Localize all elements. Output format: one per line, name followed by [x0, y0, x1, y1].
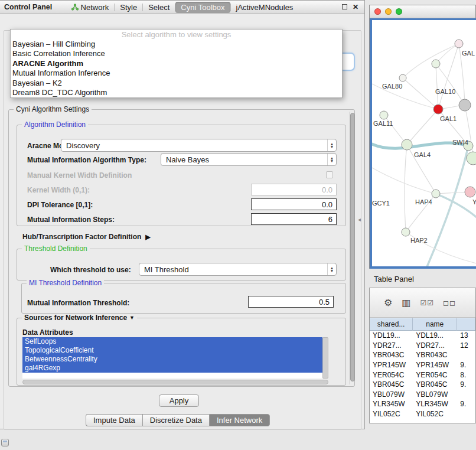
- algorithm-option-bayesian-hill-climbing[interactable]: Bayesian – Hill Climbing: [11, 40, 342, 49]
- attributes-list-horizontal-scrollbar[interactable]: [22, 380, 328, 384]
- hub-definition-expander[interactable]: Hub/Transcription Factor Definition ▶: [22, 233, 151, 241]
- tab-jactivemnodules[interactable]: jActiveMNodules: [231, 2, 299, 13]
- select-all-columns-icon[interactable]: ☑☑: [420, 298, 434, 308]
- algorithm-option-mutual-information-inference[interactable]: Mutual Information Inference: [11, 69, 342, 78]
- tab-select[interactable]: Select: [143, 2, 175, 13]
- column-header-col2[interactable]: [457, 318, 475, 331]
- attribute-item-topologicalcoefficient[interactable]: TopologicalCoefficient: [22, 346, 322, 355]
- mi-threshold-field[interactable]: [248, 296, 334, 308]
- table-cell: YPR145W: [413, 361, 457, 369]
- table-row[interactable]: YPR145WYPR145W9.: [370, 360, 475, 370]
- aracne-mode-value: Discovery: [66, 141, 100, 150]
- columns-icon[interactable]: ▥: [402, 298, 411, 308]
- gear-icon[interactable]: ⚙: [384, 298, 393, 308]
- network-edge[interactable]: [436, 64, 438, 109]
- window-buttons: [370, 8, 402, 15]
- network-edge[interactable]: [372, 168, 436, 194]
- network-edge[interactable]: [407, 109, 438, 145]
- sources-expander[interactable]: Sources for Network Inference ▼: [22, 314, 137, 322]
- network-node[interactable]: [402, 139, 412, 150]
- network-node[interactable]: [432, 60, 440, 68]
- cyni-algorithm-settings-title: Cyni Algorithm Settings: [14, 105, 92, 113]
- manual-kernel-label: Manual Kernel Width Definition: [27, 171, 132, 180]
- table-row[interactable]: YBR043CYBR043C: [370, 350, 475, 360]
- which-threshold-value: MI Threshold: [144, 265, 189, 274]
- network-node-label-y: Y: [472, 198, 476, 206]
- scrollbar-thumb[interactable]: [350, 113, 355, 381]
- table-row[interactable]: YDL19...YDL19...13: [370, 331, 475, 341]
- combo-arrows-icon: ▲▼: [327, 154, 336, 165]
- manual-kernel-checkbox[interactable]: [326, 171, 333, 178]
- panel-divider-collapse-icon[interactable]: ◂: [358, 216, 361, 223]
- algorithm-option-basic-correlation-inference[interactable]: Basic Correlation Inference: [11, 49, 342, 58]
- network-node[interactable]: [399, 74, 406, 81]
- network-node[interactable]: [467, 152, 476, 165]
- bottom-tab-impute-data[interactable]: Impute Data: [86, 414, 142, 426]
- data-attributes-label: Data Attributes: [22, 328, 73, 337]
- table-row[interactable]: YBL079WYBL079W: [370, 390, 475, 400]
- network-edge[interactable]: [403, 78, 438, 109]
- network-node-label-gal80: GAL80: [382, 83, 402, 90]
- network-node[interactable]: [455, 40, 463, 48]
- network-edge[interactable]: [405, 145, 407, 232]
- which-threshold-select[interactable]: MI Threshold ▲▼: [139, 263, 337, 276]
- mi-steps-field[interactable]: [251, 213, 337, 225]
- network-graph[interactable]: GALGAL80GAL10GAL11GAL1SWI4GAL4GCY1HAP4YH…: [372, 20, 476, 266]
- kernel-width-field[interactable]: [251, 184, 337, 195]
- tab-network[interactable]: Network: [66, 2, 115, 13]
- table-row[interactable]: YLR345WYLR345W9.: [370, 399, 475, 409]
- network-node[interactable]: [432, 190, 440, 198]
- attributes-list-vertical-scrollbar[interactable]: [322, 337, 328, 379]
- table-cell: YDR27...: [413, 341, 457, 350]
- column-header-name[interactable]: name: [413, 318, 457, 331]
- restore-panel-icon[interactable]: [1, 439, 9, 446]
- network-view-window: GALGAL80GAL10GAL11GAL1SWI4GAL4GCY1HAP4YH…: [369, 5, 476, 269]
- column-header-shared[interactable]: shared...: [370, 318, 413, 331]
- table-cell: YBR045C: [370, 380, 413, 389]
- algorithm-option-bayesian-k2[interactable]: Bayesian – K2: [11, 79, 342, 88]
- mi-type-select[interactable]: Naive Bayes ▲▼: [161, 153, 337, 166]
- minimize-button[interactable]: [385, 8, 392, 15]
- network-node-label-swi4: SWI4: [452, 139, 468, 146]
- combo-arrows-icon: ▲▼: [327, 139, 336, 151]
- settings-vertical-scrollbar[interactable]: [349, 112, 355, 384]
- bottom-tab-bar: Impute DataDiscretize DataInfer Network: [86, 414, 270, 426]
- mi-type-label: Mutual Information Algorithm Type:: [27, 156, 146, 164]
- tab-cyni-toolbox[interactable]: Cyni Toolbox: [175, 2, 230, 13]
- attribute-item-selfloops[interactable]: SelfLoops: [22, 337, 322, 346]
- network-edge[interactable]: [403, 44, 459, 78]
- algorithm-option-aracne-algorithm[interactable]: ARACNE Algorithm: [11, 59, 342, 69]
- close-button[interactable]: [374, 8, 381, 15]
- table-row[interactable]: YDR27...YDR27...12: [370, 341, 475, 351]
- network-node-label-gal: GAL: [462, 50, 475, 57]
- hide-columns-icon[interactable]: ◻◻: [443, 298, 456, 308]
- network-node-label-hap2: HAP2: [410, 237, 428, 244]
- attribute-item-gal4rgexp[interactable]: gal4RGexp: [22, 364, 322, 373]
- table-row[interactable]: YIL052CYIL052C: [370, 409, 475, 419]
- network-node-label-gal4: GAL4: [414, 151, 431, 158]
- network-edge[interactable]: [438, 44, 459, 109]
- table-cell: 9.: [457, 380, 475, 389]
- network-node[interactable]: [402, 228, 410, 236]
- network-canvas[interactable]: GALGAL80GAL10GAL11GAL1SWI4GAL4GCY1HAP4YH…: [372, 20, 476, 266]
- table-cell: YIL052C: [413, 410, 457, 418]
- combo-arrows-icon: ▲▼: [327, 263, 336, 275]
- tab-style[interactable]: Style: [115, 2, 142, 13]
- network-node[interactable]: [459, 99, 471, 111]
- bottom-tab-infer-network[interactable]: Infer Network: [209, 414, 270, 426]
- aracne-mode-select[interactable]: Discovery ▲▼: [61, 139, 337, 152]
- bottom-tab-discretize-data[interactable]: Discretize Data: [142, 414, 209, 426]
- network-node[interactable]: [433, 105, 443, 114]
- zoom-button[interactable]: [396, 8, 402, 15]
- table-row[interactable]: YER054CYER054C8.: [370, 370, 475, 380]
- network-node[interactable]: [465, 187, 475, 197]
- dpi-tolerance-field[interactable]: [251, 198, 337, 210]
- algorithm-option-dream8-dc-tdc-algorithm[interactable]: Dream8 DC_TDC Algorithm: [11, 88, 342, 97]
- table-body: YDL19...YDL19...13YDR27...YDR27...12YBR0…: [370, 331, 475, 419]
- table-row[interactable]: YBR045CYBR045C9.: [370, 380, 475, 390]
- mi-threshold-label: Mutual Information Threshold:: [27, 299, 129, 307]
- algorithm-popup-placeholder: Select algorithm to view settings: [11, 30, 342, 40]
- apply-button[interactable]: Apply: [159, 394, 199, 407]
- network-node[interactable]: [380, 111, 388, 119]
- attribute-item-betweennesscentrality[interactable]: BetweennessCentrality: [22, 355, 322, 364]
